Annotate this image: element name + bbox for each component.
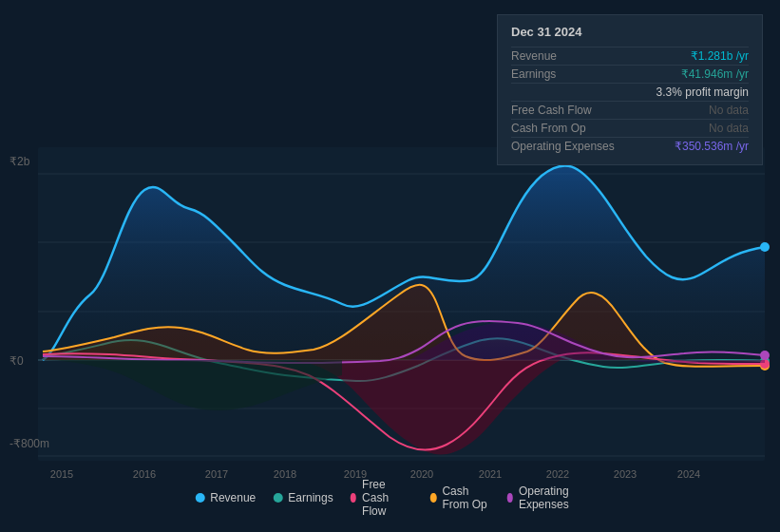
legend-dot-revenue [195, 493, 204, 503]
tooltip-label-earnings: Earnings [511, 67, 616, 81]
x-label-2023: 2023 [614, 468, 637, 480]
tooltip-row-profit-margin: 3.3% profit margin [511, 83, 749, 101]
legend-dot-earnings [273, 493, 282, 503]
chart-legend: Revenue Earnings Free Cash Flow Cash Fro… [195, 478, 585, 518]
tooltip-value-cfo: No data [709, 122, 749, 135]
tooltip-value-fcf: No data [709, 104, 749, 117]
y-label-neg800m: -₹800m [10, 437, 49, 450]
legend-dot-opex [507, 493, 513, 503]
legend-label-earnings: Earnings [288, 491, 333, 504]
tooltip-row-earnings: Earnings ₹41.946m /yr [511, 65, 749, 83]
x-label-2016: 2016 [133, 468, 156, 480]
legend-dot-fcf [351, 493, 356, 503]
y-label-0: ₹0 [10, 354, 24, 368]
legend-item-cfo: Cash From Op [430, 484, 489, 511]
legend-dot-cfo [430, 493, 436, 503]
tooltip-label-opex: Operating Expenses [511, 140, 616, 153]
legend-item-revenue: Revenue [195, 491, 256, 504]
tooltip-row-opex: Operating Expenses ₹350.536m /yr [511, 137, 749, 155]
tooltip-card: Dec 31 2024 Revenue ₹1.281b /yr Earnings… [497, 14, 763, 165]
tooltip-value-profit-margin: 3.3% profit margin [656, 86, 749, 99]
legend-label-opex: Operating Expenses [519, 484, 585, 511]
svg-point-13 [760, 351, 770, 360]
tooltip-value-earnings: ₹41.946m /yr [681, 67, 749, 81]
x-label-2024: 2024 [677, 468, 700, 480]
tooltip-value-opex: ₹350.536m /yr [675, 140, 749, 153]
legend-item-earnings: Earnings [273, 491, 333, 504]
legend-label-revenue: Revenue [210, 491, 256, 504]
legend-item-fcf: Free Cash Flow [351, 478, 413, 518]
svg-point-9 [760, 242, 770, 252]
legend-label-cfo: Cash From Op [442, 484, 489, 511]
tooltip-label-revenue: Revenue [511, 49, 616, 63]
tooltip-date: Dec 31 2024 [511, 25, 749, 39]
tooltip-value-revenue: ₹1.281b /yr [691, 49, 749, 63]
tooltip-row-cfo: Cash From Op No data [511, 119, 749, 137]
tooltip-label-fcf: Free Cash Flow [511, 104, 616, 117]
tooltip-label-cfo: Cash From Op [511, 122, 616, 135]
legend-item-opex: Operating Expenses [507, 484, 585, 511]
y-label-2b: ₹2b [10, 155, 29, 168]
tooltip-row-revenue: Revenue ₹1.281b /yr [511, 47, 749, 65]
x-label-2015: 2015 [50, 468, 73, 480]
tooltip-row-fcf: Free Cash Flow No data [511, 101, 749, 119]
legend-label-fcf: Free Cash Flow [362, 478, 413, 518]
